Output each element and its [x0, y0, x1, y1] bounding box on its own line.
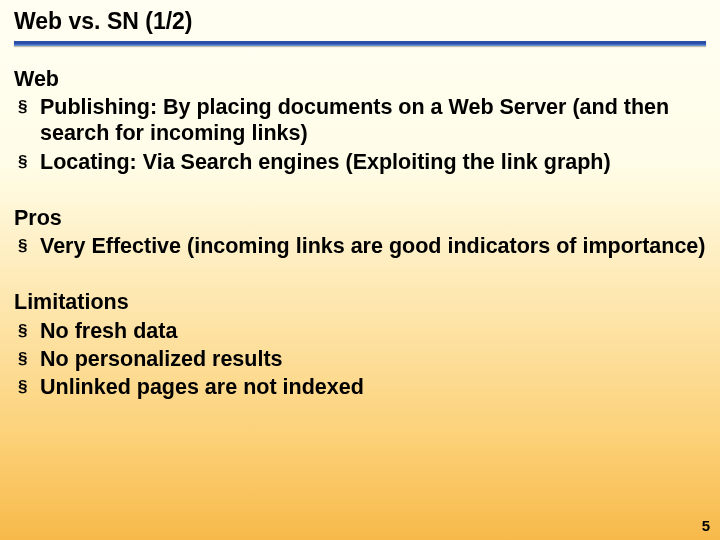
- bullet-icon: [18, 233, 40, 259]
- bullet-icon: [18, 94, 40, 120]
- bullet-item: Very Effective (incoming links are good …: [14, 233, 706, 259]
- section-pros: Pros Very Effective (incoming links are …: [14, 205, 706, 259]
- title-underline: [14, 41, 706, 46]
- bullet-text: Very Effective (incoming links are good …: [40, 233, 706, 259]
- bullet-icon: [18, 318, 40, 344]
- page-number: 5: [702, 517, 710, 534]
- bullet-item: Unlinked pages are not indexed: [14, 374, 706, 400]
- bullet-text: Unlinked pages are not indexed: [40, 374, 706, 400]
- section-heading: Pros: [14, 205, 706, 231]
- bullet-text: Publishing: By placing documents on a We…: [40, 94, 706, 146]
- slide-body: Web Publishing: By placing documents on …: [0, 52, 720, 400]
- bullet-icon: [18, 374, 40, 400]
- section-limitations: Limitations No fresh data No personalize…: [14, 289, 706, 400]
- slide-title: Web vs. SN (1/2): [14, 8, 706, 35]
- section-web: Web Publishing: By placing documents on …: [14, 66, 706, 175]
- bullet-text: No fresh data: [40, 318, 706, 344]
- bullet-icon: [18, 346, 40, 372]
- bullet-item: No fresh data: [14, 318, 706, 344]
- bullet-item: No personalized results: [14, 346, 706, 372]
- bullet-text: Locating: Via Search engines (Exploiting…: [40, 149, 706, 175]
- section-heading: Web: [14, 66, 706, 92]
- bullet-text: No personalized results: [40, 346, 706, 372]
- bullet-item: Locating: Via Search engines (Exploiting…: [14, 149, 706, 175]
- bullet-item: Publishing: By placing documents on a We…: [14, 94, 706, 146]
- bullet-icon: [18, 149, 40, 175]
- section-heading: Limitations: [14, 289, 706, 315]
- slide: Web vs. SN (1/2) Web Publishing: By plac…: [0, 0, 720, 540]
- title-area: Web vs. SN (1/2): [0, 0, 720, 52]
